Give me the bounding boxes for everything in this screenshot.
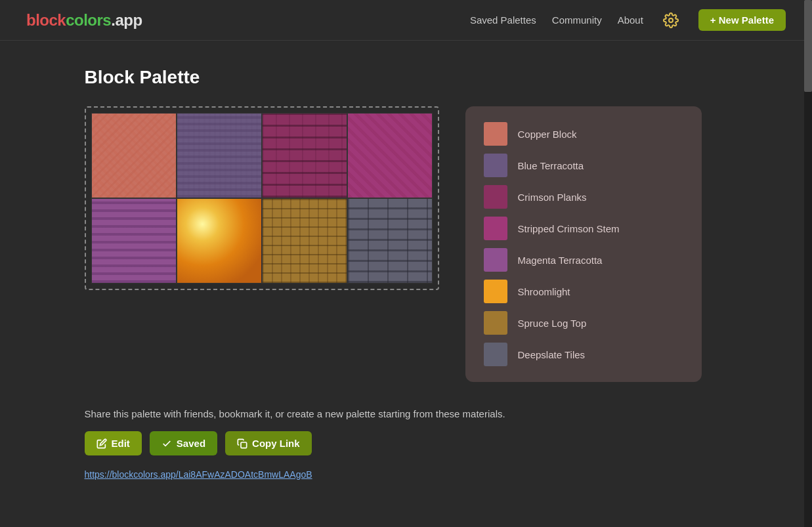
scrollbar-thumb[interactable]	[804, 0, 812, 92]
gear-icon	[663, 12, 679, 28]
block-name-copper: Copper Block	[518, 129, 577, 140]
main-content: Block Palette Copper Block Blue Terracot…	[45, 41, 767, 507]
header: blockcolors.app Saved Palettes Community…	[0, 0, 812, 41]
block-name-blue-terracotta: Blue Terracotta	[518, 160, 584, 171]
edit-icon	[96, 438, 107, 449]
block-name-deepslate: Deepslate Tiles	[518, 349, 586, 360]
svg-point-0	[669, 18, 673, 22]
settings-icon-button[interactable]	[659, 9, 683, 32]
edit-button[interactable]: Edit	[85, 431, 142, 455]
grid-cell-copper[interactable]	[91, 113, 177, 198]
palette-grid	[85, 106, 439, 290]
edit-label: Edit	[112, 438, 130, 449]
block-thumb-copper	[484, 122, 507, 146]
block-thumb-deepslate	[484, 343, 507, 366]
page-title: Block Palette	[85, 67, 728, 88]
block-thumb-spruce	[484, 311, 507, 335]
logo-dot-app: .app	[111, 11, 142, 29]
block-item-spruce: Spruce Log Top	[484, 311, 683, 335]
block-name-magenta: Magenta Terracotta	[518, 255, 603, 266]
nav-community[interactable]: Community	[552, 14, 602, 26]
nav: Saved Palettes Community About + New Pal…	[470, 9, 786, 32]
block-item-magenta: Magenta Terracotta	[484, 248, 683, 272]
saved-button[interactable]: Saved	[150, 431, 217, 455]
block-list: Copper Block Blue Terracotta Crimson Pla…	[465, 106, 702, 382]
block-thumb-blue-terracotta	[484, 154, 507, 177]
grid-cell-shroomlight[interactable]	[177, 198, 262, 284]
block-name-stripped-crimson: Stripped Crimson Stem	[518, 223, 620, 234]
logo-block: block	[26, 11, 66, 29]
grid-cell-crimson-planks[interactable]	[262, 113, 347, 198]
grid-cell-spruce[interactable]	[262, 198, 347, 284]
check-icon	[161, 438, 172, 449]
nav-about[interactable]: About	[618, 14, 643, 26]
block-name-shroomlight: Shroomlight	[518, 286, 570, 297]
block-item-shroomlight: Shroomlight	[484, 280, 683, 303]
grid-cell-deepslate[interactable]	[347, 198, 433, 284]
block-thumb-stripped-crimson	[484, 217, 507, 240]
share-description: Share this palette with friends, bookmar…	[85, 408, 728, 419]
block-item-blue-terracotta: Blue Terracotta	[484, 154, 683, 177]
block-thumb-shroomlight	[484, 280, 507, 303]
block-name-spruce: Spruce Log Top	[518, 318, 587, 329]
logo-colors: colors	[66, 11, 111, 29]
share-section: Share this palette with friends, bookmar…	[85, 408, 728, 480]
palette-url-link[interactable]: https://blockcolors.app/Lai8AFwAzADOAtcB…	[85, 469, 312, 480]
block-item-crimson-planks: Crimson Planks	[484, 185, 683, 209]
grid-cell-magenta[interactable]	[91, 198, 177, 284]
block-name-crimson-planks: Crimson Planks	[518, 192, 587, 203]
block-item-deepslate: Deepslate Tiles	[484, 343, 683, 366]
scrollbar-track[interactable]	[804, 0, 812, 527]
block-thumb-magenta	[484, 248, 507, 272]
nav-saved-palettes[interactable]: Saved Palettes	[470, 14, 536, 26]
new-palette-button[interactable]: + New Palette	[698, 9, 786, 31]
grid-cell-blue-terracotta[interactable]	[177, 113, 262, 198]
palette-area: Copper Block Blue Terracotta Crimson Pla…	[85, 106, 728, 382]
logo[interactable]: blockcolors.app	[26, 11, 142, 30]
copy-label: Copy Link	[252, 438, 300, 449]
svg-rect-1	[241, 442, 247, 448]
copy-link-button[interactable]: Copy Link	[225, 431, 312, 455]
grid-cell-pink-crimson[interactable]	[347, 113, 433, 198]
block-item-copper: Copper Block	[484, 122, 683, 146]
block-thumb-crimson-planks	[484, 185, 507, 209]
copy-icon	[237, 438, 247, 449]
action-buttons: Edit Saved Copy Link	[85, 431, 728, 455]
saved-label: Saved	[177, 438, 205, 449]
block-item-stripped-crimson: Stripped Crimson Stem	[484, 217, 683, 240]
